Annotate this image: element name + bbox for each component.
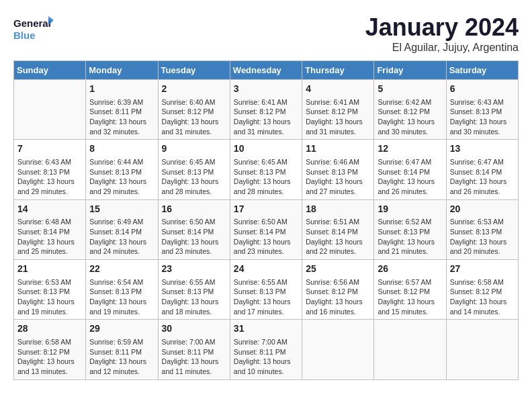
day-number: 19 (378, 203, 442, 216)
calendar-cell: 17Sunrise: 6:50 AMSunset: 8:14 PMDayligh… (230, 199, 302, 259)
day-header-friday: Friday (374, 61, 446, 80)
day-info: Sunrise: 6:41 AMSunset: 8:12 PMDaylight:… (306, 97, 370, 137)
calendar-cell: 2Sunrise: 6:40 AMSunset: 8:12 PMDaylight… (158, 80, 230, 140)
day-info: Sunrise: 6:54 AMSunset: 8:13 PMDaylight:… (89, 277, 154, 317)
month-title: January 2024 (365, 13, 519, 42)
svg-text:Blue: Blue (13, 30, 36, 41)
day-number: 12 (378, 142, 442, 156)
day-header-thursday: Thursday (302, 61, 374, 80)
calendar-cell: 21Sunrise: 6:53 AMSunset: 8:13 PMDayligh… (14, 260, 86, 320)
day-info: Sunrise: 6:47 AMSunset: 8:14 PMDaylight:… (378, 157, 442, 197)
day-header-sunday: Sunday (14, 61, 86, 80)
day-number: 30 (162, 322, 226, 336)
calendar-cell: 7Sunrise: 6:43 AMSunset: 8:13 PMDaylight… (14, 140, 86, 199)
day-number: 13 (450, 142, 515, 156)
day-number: 26 (378, 263, 442, 276)
day-number: 24 (234, 263, 298, 276)
calendar-cell: 13Sunrise: 6:47 AMSunset: 8:14 PMDayligh… (446, 140, 518, 199)
logo-svg: General Blue (13, 13, 54, 47)
day-info: Sunrise: 6:49 AMSunset: 8:14 PMDaylight:… (89, 217, 154, 257)
calendar-week-row: 7Sunrise: 6:43 AMSunset: 8:13 PMDaylight… (14, 140, 519, 199)
calendar-cell (446, 320, 518, 379)
day-number: 16 (162, 203, 226, 216)
day-info: Sunrise: 6:39 AMSunset: 8:11 PMDaylight:… (89, 97, 154, 137)
page-header: General Blue January 2024 El Aguilar, Ju… (13, 13, 519, 54)
calendar-cell: 23Sunrise: 6:55 AMSunset: 8:13 PMDayligh… (158, 260, 230, 320)
calendar-week-row: 1Sunrise: 6:39 AMSunset: 8:11 PMDaylight… (14, 80, 519, 140)
calendar-cell (14, 80, 86, 140)
day-number: 15 (89, 203, 154, 216)
calendar-header-row: SundayMondayTuesdayWednesdayThursdayFrid… (14, 61, 519, 80)
day-info: Sunrise: 6:50 AMSunset: 8:14 PMDaylight:… (162, 217, 226, 257)
calendar-cell: 27Sunrise: 6:58 AMSunset: 8:12 PMDayligh… (446, 260, 518, 320)
calendar-cell: 11Sunrise: 6:46 AMSunset: 8:13 PMDayligh… (302, 140, 374, 199)
day-number: 3 (234, 83, 298, 96)
day-number: 9 (162, 142, 226, 156)
calendar-cell: 1Sunrise: 6:39 AMSunset: 8:11 PMDaylight… (86, 80, 158, 140)
calendar-cell: 22Sunrise: 6:54 AMSunset: 8:13 PMDayligh… (86, 260, 158, 320)
day-info: Sunrise: 6:55 AMSunset: 8:13 PMDaylight:… (162, 277, 226, 317)
day-number: 27 (450, 263, 515, 276)
day-info: Sunrise: 7:00 AMSunset: 8:11 PMDaylight:… (162, 337, 226, 377)
calendar-cell: 15Sunrise: 6:49 AMSunset: 8:14 PMDayligh… (86, 199, 158, 259)
calendar-cell: 31Sunrise: 7:00 AMSunset: 8:11 PMDayligh… (230, 320, 302, 379)
day-info: Sunrise: 6:53 AMSunset: 8:13 PMDaylight:… (450, 217, 515, 257)
day-number: 7 (17, 142, 82, 156)
calendar-table: SundayMondayTuesdayWednesdayThursdayFrid… (13, 60, 519, 380)
day-number: 5 (378, 83, 442, 96)
day-number: 2 (162, 83, 226, 96)
day-info: Sunrise: 6:41 AMSunset: 8:12 PMDaylight:… (234, 97, 298, 137)
calendar-cell: 6Sunrise: 6:43 AMSunset: 8:13 PMDaylight… (446, 80, 518, 140)
day-info: Sunrise: 6:56 AMSunset: 8:12 PMDaylight:… (306, 277, 370, 317)
day-info: Sunrise: 6:57 AMSunset: 8:12 PMDaylight:… (378, 277, 442, 317)
calendar-cell: 4Sunrise: 6:41 AMSunset: 8:12 PMDaylight… (302, 80, 374, 140)
day-info: Sunrise: 6:59 AMSunset: 8:11 PMDaylight:… (89, 337, 154, 377)
day-header-tuesday: Tuesday (158, 61, 230, 80)
day-number: 1 (89, 83, 154, 96)
calendar-cell: 18Sunrise: 6:51 AMSunset: 8:14 PMDayligh… (302, 199, 374, 259)
day-info: Sunrise: 6:46 AMSunset: 8:13 PMDaylight:… (306, 157, 370, 197)
day-info: Sunrise: 6:53 AMSunset: 8:13 PMDaylight:… (17, 277, 82, 317)
calendar-cell: 14Sunrise: 6:48 AMSunset: 8:14 PMDayligh… (14, 199, 86, 259)
day-number: 10 (234, 142, 298, 156)
calendar-cell: 12Sunrise: 6:47 AMSunset: 8:14 PMDayligh… (374, 140, 446, 199)
calendar-cell: 3Sunrise: 6:41 AMSunset: 8:12 PMDaylight… (230, 80, 302, 140)
logo: General Blue (13, 13, 54, 47)
day-info: Sunrise: 6:44 AMSunset: 8:13 PMDaylight:… (89, 157, 154, 197)
calendar-cell: 20Sunrise: 6:53 AMSunset: 8:13 PMDayligh… (446, 199, 518, 259)
calendar-week-row: 14Sunrise: 6:48 AMSunset: 8:14 PMDayligh… (14, 199, 519, 259)
day-number: 8 (89, 142, 154, 156)
day-info: Sunrise: 6:52 AMSunset: 8:13 PMDaylight:… (378, 217, 442, 257)
day-number: 23 (162, 263, 226, 276)
day-number: 22 (89, 263, 154, 276)
day-number: 28 (17, 322, 82, 336)
day-number: 18 (306, 203, 370, 216)
calendar-cell (374, 320, 446, 379)
day-info: Sunrise: 6:51 AMSunset: 8:14 PMDaylight:… (306, 217, 370, 257)
day-info: Sunrise: 6:48 AMSunset: 8:14 PMDaylight:… (17, 217, 82, 257)
day-info: Sunrise: 6:45 AMSunset: 8:13 PMDaylight:… (234, 157, 298, 197)
day-header-monday: Monday (86, 61, 158, 80)
day-number: 21 (17, 263, 82, 276)
calendar-week-row: 28Sunrise: 6:58 AMSunset: 8:12 PMDayligh… (14, 320, 519, 379)
svg-text:General: General (13, 17, 51, 29)
calendar-cell: 29Sunrise: 6:59 AMSunset: 8:11 PMDayligh… (86, 320, 158, 379)
day-header-saturday: Saturday (446, 61, 518, 80)
title-block: January 2024 El Aguilar, Jujuy, Argentin… (365, 13, 519, 54)
calendar-cell: 24Sunrise: 6:55 AMSunset: 8:13 PMDayligh… (230, 260, 302, 320)
day-number: 31 (234, 322, 298, 336)
calendar-cell (302, 320, 374, 379)
day-info: Sunrise: 6:40 AMSunset: 8:12 PMDaylight:… (162, 97, 226, 137)
calendar-cell: 25Sunrise: 6:56 AMSunset: 8:12 PMDayligh… (302, 260, 374, 320)
day-number: 29 (89, 322, 154, 336)
day-info: Sunrise: 6:42 AMSunset: 8:12 PMDaylight:… (378, 97, 442, 137)
day-info: Sunrise: 6:50 AMSunset: 8:14 PMDaylight:… (234, 217, 298, 257)
day-header-wednesday: Wednesday (230, 61, 302, 80)
calendar-cell: 8Sunrise: 6:44 AMSunset: 8:13 PMDaylight… (86, 140, 158, 199)
calendar-cell: 10Sunrise: 6:45 AMSunset: 8:13 PMDayligh… (230, 140, 302, 199)
calendar-cell: 30Sunrise: 7:00 AMSunset: 8:11 PMDayligh… (158, 320, 230, 379)
location-subtitle: El Aguilar, Jujuy, Argentina (365, 42, 519, 54)
day-info: Sunrise: 6:58 AMSunset: 8:12 PMDaylight:… (450, 277, 515, 317)
day-info: Sunrise: 6:47 AMSunset: 8:14 PMDaylight:… (450, 157, 515, 197)
day-number: 4 (306, 83, 370, 96)
